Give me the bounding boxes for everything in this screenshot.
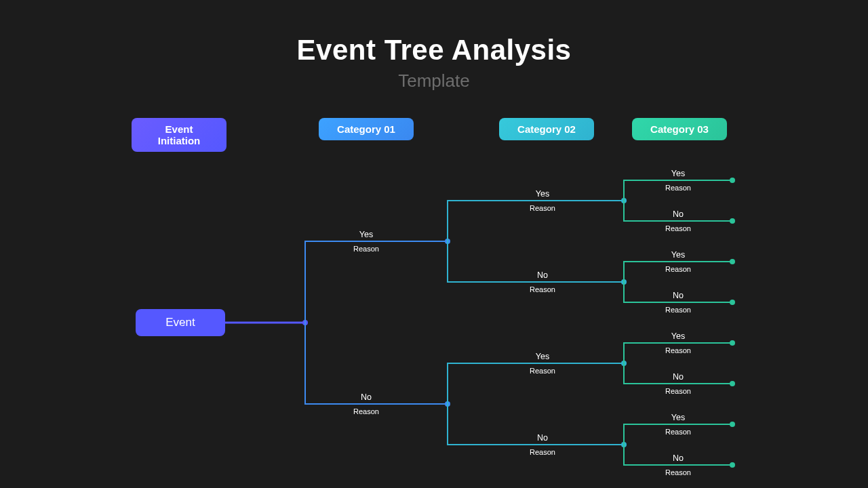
svg-point-7 [730,178,735,183]
branch-l2-ny-r: Reason [530,367,555,375]
svg-point-0 [302,320,308,325]
branch-l1-yes-reason: Reason [353,245,379,253]
event-tree-diagram: Event Tree Analysis Template Event Initi… [0,0,868,488]
leaf-5-no: No [673,373,684,382]
category-pill-init: Event Initiation [132,118,226,152]
branch-l2-yn: No [537,271,548,280]
branch-l2-ny: Yes [536,352,549,361]
branch-l2-yn-r: Reason [530,286,555,293]
category-pill-1: Category 01 [319,118,414,140]
leaf-0-r: Reason [665,184,691,192]
leaf-7-r: Reason [665,469,691,476]
leaf-4-yes: Yes [671,332,685,341]
svg-point-14 [730,462,735,468]
leaf-1-no: No [673,210,684,219]
svg-point-4 [621,279,627,285]
svg-point-10 [730,300,735,305]
svg-point-6 [621,442,627,447]
root-event-node: Event [136,309,225,336]
leaf-4-r: Reason [665,347,691,354]
svg-point-8 [730,218,735,224]
leaf-2-yes: Yes [671,251,685,260]
branch-l1-yes: Yes [359,230,373,239]
branch-l1-no: No [361,393,372,402]
leaf-1-r: Reason [665,225,691,232]
leaf-0-yes: Yes [671,169,685,178]
branch-l2-nn: No [537,434,548,443]
branch-l2-yy-r: Reason [530,205,555,212]
leaf-3-r: Reason [665,306,691,314]
svg-point-3 [621,198,627,203]
svg-point-2 [445,401,450,407]
branch-l2-nn-r: Reason [530,449,555,456]
page-subtitle: Template [0,70,868,92]
leaf-5-r: Reason [665,388,691,395]
leaf-3-no: No [673,291,684,300]
svg-point-12 [730,381,735,386]
svg-point-9 [730,259,735,264]
svg-point-5 [621,361,627,366]
leaf-6-yes: Yes [671,413,685,422]
category-pill-3: Category 03 [632,118,727,140]
branch-l2-yy: Yes [536,190,549,199]
leaf-2-r: Reason [665,266,691,273]
svg-point-1 [445,239,450,244]
category-pill-2: Category 02 [499,118,594,140]
branch-l1-no-reason: Reason [353,408,379,415]
leaf-6-r: Reason [665,428,691,436]
svg-point-11 [730,340,735,346]
leaf-7-no: No [673,454,684,463]
page-title: Event Tree Analysis [0,34,868,66]
svg-point-13 [730,422,735,427]
